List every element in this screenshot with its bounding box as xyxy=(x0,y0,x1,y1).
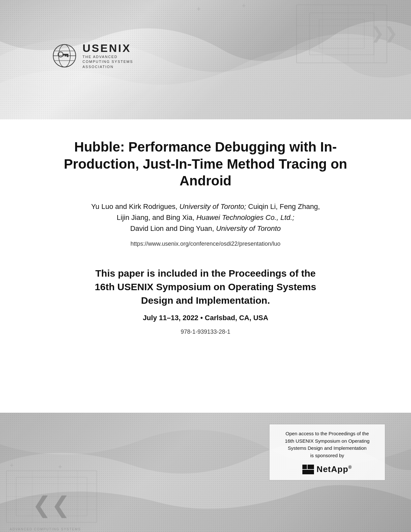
paper-title: Hubble: Performance Debugging with In-Pr… xyxy=(39,139,372,190)
netapp-name: NetApp® xyxy=(317,464,352,474)
netapp-logo-icon xyxy=(302,465,314,474)
svg-rect-32 xyxy=(302,465,307,469)
svg-rect-33 xyxy=(308,465,314,469)
authors-block: Yu Luo and Kirk Rodrigues, University of… xyxy=(39,201,372,234)
paper-url: https://www.usenix.org/conference/osdi22… xyxy=(39,241,372,247)
usenix-logo-icon xyxy=(52,43,77,69)
svg-text:+: + xyxy=(197,5,201,13)
svg-rect-18 xyxy=(67,55,68,57)
svg-text:ADVANCED COMPUTING SYSTEMS: ADVANCED COMPUTING SYSTEMS xyxy=(10,527,81,531)
usenix-logo: USENIX THE ADVANCED COMPUTING SYSTEMS AS… xyxy=(52,42,133,69)
bottom-background: ❮❮ + + ADVANCED COMPUTING SYSTEMS Open a… xyxy=(0,413,411,532)
open-access-text: Open access to the Proceedings of the 16… xyxy=(276,430,378,459)
svg-text:❯❯: ❯❯ xyxy=(371,24,398,43)
usenix-name: USENIX xyxy=(83,42,133,54)
isbn: 978-1-939133-28-1 xyxy=(39,329,372,335)
open-access-box: Open access to the Proceedings of the 16… xyxy=(269,424,385,480)
usenix-subtitle: THE ADVANCED COMPUTING SYSTEMS ASSOCIATI… xyxy=(83,54,133,69)
svg-text:+: + xyxy=(10,461,14,469)
svg-text:❮❮: ❮❮ xyxy=(32,492,70,518)
usenix-logo-text: USENIX THE ADVANCED COMPUTING SYSTEMS AS… xyxy=(83,42,133,69)
netapp-logo: NetApp® xyxy=(276,464,378,474)
authors-line3: David Lion and Ding Yuan, University of … xyxy=(130,224,281,232)
svg-rect-19 xyxy=(65,55,66,56)
authors-line1: Yu Luo and Kirk Rodrigues, University of… xyxy=(91,202,320,211)
svg-rect-17 xyxy=(63,54,68,55)
main-content: Hubble: Performance Debugging with In-Pr… xyxy=(0,119,411,348)
svg-rect-34 xyxy=(302,470,314,474)
svg-text:+: + xyxy=(58,463,62,471)
event-date: July 11–13, 2022 • Carlsbad, CA, USA xyxy=(39,314,372,322)
svg-text:+: + xyxy=(242,2,246,10)
proceedings-section: This paper is included in the Proceeding… xyxy=(39,267,372,335)
proceedings-text: This paper is included in the Proceeding… xyxy=(39,267,372,307)
authors-line2: Lijin Jiang, and Bing Xia, Huawei Techno… xyxy=(117,213,294,222)
